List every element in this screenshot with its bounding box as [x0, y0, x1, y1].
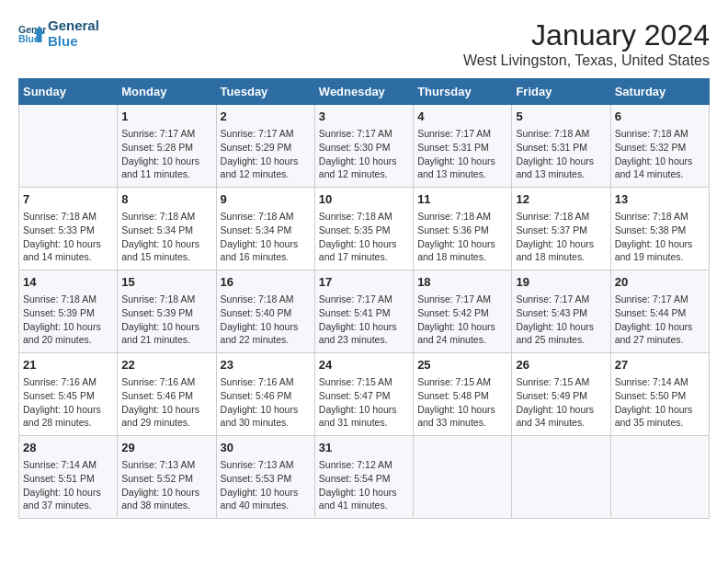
day-info: Sunrise: 7:18 AM Sunset: 5:40 PM Dayligh…	[221, 293, 311, 347]
day-info: Sunrise: 7:18 AM Sunset: 5:31 PM Dayligh…	[516, 127, 606, 181]
day-info: Sunrise: 7:15 AM Sunset: 5:47 PM Dayligh…	[319, 375, 409, 430]
main-title: January 2024	[463, 18, 710, 52]
day-number: 14	[23, 274, 113, 291]
day-info: Sunrise: 7:14 AM Sunset: 5:51 PM Dayligh…	[23, 458, 113, 512]
day-info: Sunrise: 7:14 AM Sunset: 5:50 PM Dayligh…	[615, 375, 705, 430]
day-info: Sunrise: 7:17 AM Sunset: 5:30 PM Dayligh…	[319, 127, 409, 181]
calendar-cell: 20Sunrise: 7:17 AM Sunset: 5:44 PM Dayli…	[610, 270, 709, 353]
week-row-1: 1Sunrise: 7:17 AM Sunset: 5:28 PM Daylig…	[19, 105, 710, 188]
header-day-tuesday: Tuesday	[216, 79, 314, 105]
calendar-cell: 31Sunrise: 7:12 AM Sunset: 5:54 PM Dayli…	[314, 436, 413, 519]
calendar-cell: 3Sunrise: 7:17 AM Sunset: 5:30 PM Daylig…	[314, 105, 413, 188]
calendar-cell: 2Sunrise: 7:17 AM Sunset: 5:29 PM Daylig…	[216, 105, 314, 188]
day-number: 5	[516, 109, 606, 125]
day-info: Sunrise: 7:15 AM Sunset: 5:48 PM Dayligh…	[417, 375, 507, 430]
day-info: Sunrise: 7:18 AM Sunset: 5:37 PM Dayligh…	[516, 210, 606, 264]
day-number: 11	[417, 191, 507, 208]
day-number: 2	[221, 109, 311, 125]
day-info: Sunrise: 7:16 AM Sunset: 5:46 PM Dayligh…	[121, 375, 211, 430]
title-block: January 2024 West Livingston, Texas, Uni…	[463, 18, 710, 69]
day-info: Sunrise: 7:12 AM Sunset: 5:54 PM Dayligh…	[319, 458, 409, 512]
day-number: 8	[121, 191, 211, 208]
logo-text-blue: Blue	[48, 34, 99, 50]
day-number: 9	[221, 191, 311, 208]
logo: General Blue General Blue	[18, 18, 99, 49]
day-number: 6	[615, 109, 705, 125]
day-info: Sunrise: 7:15 AM Sunset: 5:49 PM Dayligh…	[516, 375, 606, 430]
day-info: Sunrise: 7:16 AM Sunset: 5:46 PM Dayligh…	[221, 375, 311, 430]
calendar-cell: 17Sunrise: 7:17 AM Sunset: 5:41 PM Dayli…	[314, 270, 413, 353]
calendar-cell: 21Sunrise: 7:16 AM Sunset: 5:45 PM Dayli…	[19, 353, 118, 436]
calendar-cell: 6Sunrise: 7:18 AM Sunset: 5:32 PM Daylig…	[610, 105, 709, 188]
header-row: SundayMondayTuesdayWednesdayThursdayFrid…	[19, 79, 710, 105]
calendar-cell: 27Sunrise: 7:14 AM Sunset: 5:50 PM Dayli…	[610, 353, 709, 436]
calendar-cell: 23Sunrise: 7:16 AM Sunset: 5:46 PM Dayli…	[216, 353, 314, 436]
day-number: 22	[121, 357, 211, 373]
day-info: Sunrise: 7:18 AM Sunset: 5:39 PM Dayligh…	[23, 293, 113, 347]
day-number: 31	[319, 440, 409, 456]
day-number: 4	[417, 109, 507, 125]
header-day-sunday: Sunday	[19, 79, 118, 105]
calendar-cell: 29Sunrise: 7:13 AM Sunset: 5:52 PM Dayli…	[118, 436, 216, 519]
svg-text:Blue: Blue	[18, 33, 40, 44]
logo-icon: General Blue	[18, 20, 46, 48]
day-info: Sunrise: 7:13 AM Sunset: 5:52 PM Dayligh…	[121, 458, 211, 512]
day-number: 19	[516, 274, 606, 291]
day-info: Sunrise: 7:18 AM Sunset: 5:38 PM Dayligh…	[615, 210, 705, 264]
day-number: 16	[221, 274, 311, 291]
day-info: Sunrise: 7:17 AM Sunset: 5:43 PM Dayligh…	[516, 293, 606, 347]
calendar-cell: 10Sunrise: 7:18 AM Sunset: 5:35 PM Dayli…	[314, 188, 413, 270]
calendar-cell: 19Sunrise: 7:17 AM Sunset: 5:43 PM Dayli…	[512, 270, 610, 353]
day-info: Sunrise: 7:18 AM Sunset: 5:32 PM Dayligh…	[615, 127, 705, 181]
day-number: 12	[516, 191, 606, 208]
calendar-cell: 8Sunrise: 7:18 AM Sunset: 5:34 PM Daylig…	[118, 188, 216, 270]
calendar-cell: 26Sunrise: 7:15 AM Sunset: 5:49 PM Dayli…	[512, 353, 610, 436]
day-number: 26	[516, 357, 606, 373]
calendar-cell: 24Sunrise: 7:15 AM Sunset: 5:47 PM Dayli…	[314, 353, 413, 436]
day-number: 28	[23, 440, 113, 456]
header-day-thursday: Thursday	[414, 79, 512, 105]
day-number: 13	[615, 191, 705, 208]
calendar-cell	[512, 436, 610, 519]
day-info: Sunrise: 7:18 AM Sunset: 5:36 PM Dayligh…	[417, 210, 507, 264]
day-number: 10	[319, 191, 409, 208]
calendar-cell	[414, 436, 512, 519]
calendar-cell	[610, 436, 709, 519]
calendar-cell: 16Sunrise: 7:18 AM Sunset: 5:40 PM Dayli…	[216, 270, 314, 353]
day-info: Sunrise: 7:17 AM Sunset: 5:41 PM Dayligh…	[319, 293, 409, 347]
calendar-cell: 5Sunrise: 7:18 AM Sunset: 5:31 PM Daylig…	[512, 105, 610, 188]
calendar-table: SundayMondayTuesdayWednesdayThursdayFrid…	[18, 78, 710, 519]
day-number: 30	[221, 440, 311, 456]
calendar-cell: 9Sunrise: 7:18 AM Sunset: 5:34 PM Daylig…	[216, 188, 314, 270]
day-info: Sunrise: 7:18 AM Sunset: 5:35 PM Dayligh…	[319, 210, 409, 264]
day-info: Sunrise: 7:18 AM Sunset: 5:34 PM Dayligh…	[121, 210, 211, 264]
day-number: 17	[319, 274, 409, 291]
day-info: Sunrise: 7:17 AM Sunset: 5:31 PM Dayligh…	[417, 127, 507, 181]
calendar-cell: 15Sunrise: 7:18 AM Sunset: 5:39 PM Dayli…	[118, 270, 216, 353]
calendar-cell: 30Sunrise: 7:13 AM Sunset: 5:53 PM Dayli…	[216, 436, 314, 519]
calendar-cell: 7Sunrise: 7:18 AM Sunset: 5:33 PM Daylig…	[19, 188, 118, 270]
week-row-2: 7Sunrise: 7:18 AM Sunset: 5:33 PM Daylig…	[19, 188, 710, 270]
day-number: 7	[23, 191, 113, 208]
calendar-cell: 1Sunrise: 7:17 AM Sunset: 5:28 PM Daylig…	[118, 105, 216, 188]
calendar-cell: 11Sunrise: 7:18 AM Sunset: 5:36 PM Dayli…	[414, 188, 512, 270]
logo-text-general: General	[48, 18, 99, 34]
calendar-cell: 22Sunrise: 7:16 AM Sunset: 5:46 PM Dayli…	[118, 353, 216, 436]
calendar-cell	[19, 105, 118, 188]
calendar-cell: 25Sunrise: 7:15 AM Sunset: 5:48 PM Dayli…	[414, 353, 512, 436]
calendar-cell: 12Sunrise: 7:18 AM Sunset: 5:37 PM Dayli…	[512, 188, 610, 270]
page-header: General Blue General Blue January 2024 W…	[18, 18, 710, 69]
day-number: 27	[615, 357, 705, 373]
day-info: Sunrise: 7:17 AM Sunset: 5:28 PM Dayligh…	[121, 127, 211, 181]
day-number: 25	[417, 357, 507, 373]
calendar-cell: 28Sunrise: 7:14 AM Sunset: 5:51 PM Dayli…	[19, 436, 118, 519]
header-day-monday: Monday	[118, 79, 216, 105]
day-info: Sunrise: 7:17 AM Sunset: 5:42 PM Dayligh…	[417, 293, 507, 347]
day-number: 1	[121, 109, 211, 125]
day-number: 23	[221, 357, 311, 373]
week-row-4: 21Sunrise: 7:16 AM Sunset: 5:45 PM Dayli…	[19, 353, 710, 436]
week-row-3: 14Sunrise: 7:18 AM Sunset: 5:39 PM Dayli…	[19, 270, 710, 353]
day-info: Sunrise: 7:17 AM Sunset: 5:44 PM Dayligh…	[615, 293, 705, 347]
calendar-cell: 18Sunrise: 7:17 AM Sunset: 5:42 PM Dayli…	[414, 270, 512, 353]
day-number: 3	[319, 109, 409, 125]
